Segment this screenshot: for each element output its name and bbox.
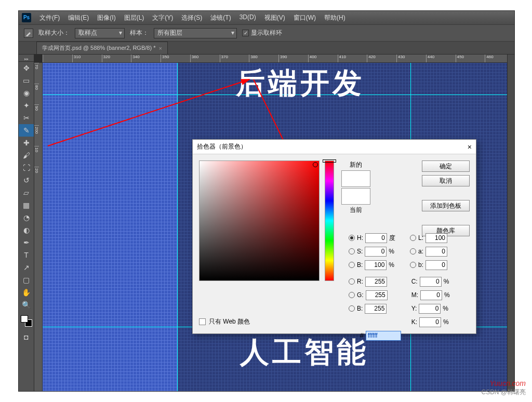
- menu-select[interactable]: 选择(S): [178, 12, 205, 23]
- l-label: L:: [418, 234, 423, 242]
- color-cursor-icon: [313, 162, 318, 167]
- quickmask-tool[interactable]: ◘: [19, 331, 34, 343]
- show-sampling-ring[interactable]: ✓ 显示取样环: [242, 29, 282, 37]
- lb-input[interactable]: [425, 260, 447, 270]
- heal-tool[interactable]: ✚: [19, 137, 34, 149]
- shape-tool[interactable]: ▢: [19, 274, 34, 286]
- hand-tool[interactable]: ✋: [19, 286, 34, 299]
- zoom-tool[interactable]: 🔍: [19, 299, 34, 311]
- ruler-tick: 200: [34, 125, 39, 146]
- menu-3d[interactable]: 3D(D): [236, 12, 259, 23]
- dodge-tool[interactable]: ◐: [19, 224, 34, 236]
- crop-tool[interactable]: ✂: [19, 112, 34, 124]
- menu-edit[interactable]: 编辑(E): [65, 12, 92, 23]
- move-tool[interactable]: ✥: [19, 62, 34, 74]
- eraser-tool[interactable]: ▱: [19, 186, 34, 199]
- radio-s[interactable]: [349, 248, 355, 254]
- panels-collapsed[interactable]: [507, 55, 514, 391]
- path-tool[interactable]: ↗: [19, 261, 34, 274]
- ruler-tick: 320: [102, 55, 131, 62]
- menu-window[interactable]: 窗口(W): [290, 12, 319, 23]
- app-logo: Ps: [22, 13, 31, 22]
- history-brush-tool[interactable]: ↺: [19, 174, 34, 186]
- ruler-tick: 440: [426, 55, 456, 62]
- sample-size-dropdown[interactable]: 取样点: [75, 28, 125, 38]
- radio-h[interactable]: [349, 235, 355, 241]
- menu-help[interactable]: 帮助(H): [321, 12, 349, 23]
- wand-tool[interactable]: ✦: [19, 99, 34, 112]
- toolbox-collapse-icon[interactable]: ▸▸: [19, 57, 34, 62]
- add-swatch-button[interactable]: 添加到色板: [422, 200, 470, 211]
- radio-a[interactable]: [410, 248, 416, 254]
- ruler-tick: 20: [34, 167, 39, 187]
- document-tab[interactable]: 学成网首页.psd @ 588% (banner2, RGB/8) * ×: [36, 42, 168, 54]
- k-unit: %: [443, 318, 449, 326]
- marquee-tool[interactable]: ▭: [19, 74, 34, 87]
- menu-image[interactable]: 图像(I): [94, 12, 118, 23]
- new-color-label: 新的: [350, 160, 362, 169]
- ruler-vertical[interactable]: 7080902001020: [34, 63, 43, 391]
- radio-g[interactable]: [349, 292, 355, 298]
- y-input[interactable]: [419, 304, 441, 314]
- lasso-tool[interactable]: ◉: [19, 87, 34, 99]
- a-input[interactable]: [425, 247, 447, 257]
- current-color-swatch[interactable]: [341, 188, 370, 205]
- eyedropper-tool[interactable]: ✎: [19, 124, 34, 137]
- radio-b[interactable]: [349, 262, 355, 268]
- radio-rb[interactable]: [349, 305, 355, 312]
- ruler-horizontal[interactable]: 3103203403503603703803904004104204304404…: [43, 55, 514, 63]
- rb-input[interactable]: [365, 304, 387, 314]
- ruler-tick: 310: [72, 55, 102, 62]
- guide-vertical[interactable]: [177, 63, 178, 391]
- foreground-swatch[interactable]: [21, 315, 28, 323]
- menubar: 文件(F) 编辑(E) 图像(I) 图层(L) 文字(Y) 选择(S) 滤镜(T…: [36, 12, 349, 23]
- a-label: a:: [418, 248, 423, 255]
- ok-button[interactable]: 确定: [422, 160, 470, 172]
- stamp-tool[interactable]: ⛶: [19, 162, 34, 174]
- radio-l[interactable]: [410, 235, 416, 241]
- canvas-region-left: [43, 63, 178, 391]
- menu-file[interactable]: 文件(F): [36, 12, 63, 23]
- color-swatch[interactable]: [21, 315, 32, 327]
- new-color-swatch[interactable]: [341, 170, 370, 187]
- m-input[interactable]: [420, 290, 442, 300]
- web-colors-only[interactable]: 只有 Web 颜色: [199, 317, 250, 326]
- b-label: B:: [357, 261, 363, 269]
- menu-type[interactable]: 文字(Y): [149, 12, 176, 23]
- close-icon[interactable]: ×: [468, 143, 472, 151]
- dialog-titlebar[interactable]: 拾色器（前景色） ×: [193, 140, 476, 154]
- color-field[interactable]: [199, 160, 320, 281]
- type-tool[interactable]: T: [19, 249, 34, 261]
- hex-input[interactable]: [366, 331, 401, 341]
- ruler-tick: 80: [34, 84, 39, 104]
- radio-r[interactable]: [349, 278, 355, 285]
- cancel-button[interactable]: 取消: [422, 175, 470, 186]
- options-bar: 取样大小： 取样点 样本： 所有图层 ✓ 显示取样环: [19, 24, 514, 42]
- current-color-label: 当前: [350, 206, 362, 215]
- tool-preset-icon[interactable]: [24, 29, 33, 38]
- s-input[interactable]: [365, 247, 387, 257]
- close-icon[interactable]: ×: [158, 45, 162, 51]
- r-input[interactable]: [365, 277, 387, 287]
- radio-lb[interactable]: [410, 262, 416, 268]
- h-input[interactable]: [365, 233, 387, 243]
- m-unit: %: [444, 291, 450, 299]
- pen-tool[interactable]: ✒: [19, 236, 34, 249]
- watermark-credit: CSDN @韩曙亮: [481, 388, 526, 397]
- brush-tool[interactable]: 🖌: [19, 149, 34, 162]
- l-input[interactable]: [425, 233, 447, 243]
- hue-slider[interactable]: [325, 160, 334, 281]
- titlebar: Ps 文件(F) 编辑(E) 图像(I) 图层(L) 文字(Y) 选择(S) 滤…: [19, 11, 514, 24]
- sample-from-dropdown[interactable]: 所有图层: [154, 28, 237, 38]
- gradient-tool[interactable]: ▦: [19, 199, 34, 211]
- menu-layer[interactable]: 图层(L): [121, 12, 148, 23]
- menu-filter[interactable]: 滤镜(T): [207, 12, 234, 23]
- b-input[interactable]: [365, 260, 387, 270]
- k-input[interactable]: [419, 317, 441, 327]
- blur-tool[interactable]: ◔: [19, 211, 34, 224]
- c-input[interactable]: [420, 277, 442, 287]
- g-input[interactable]: [366, 290, 388, 300]
- h-unit: 度: [389, 234, 395, 243]
- hue-marker-icon: [323, 159, 336, 163]
- menu-view[interactable]: 视图(V): [261, 12, 288, 23]
